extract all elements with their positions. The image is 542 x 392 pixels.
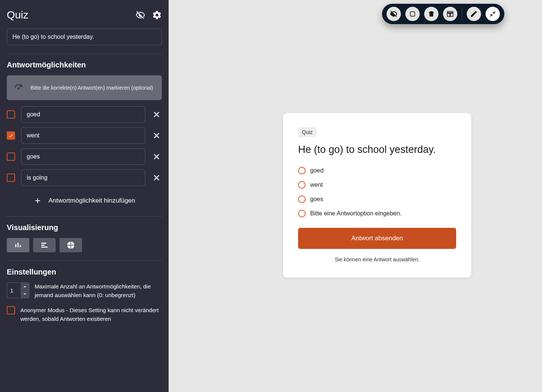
quiz-badge: Quiz — [298, 127, 317, 137]
remove-answer-button[interactable] — [151, 151, 162, 162]
plus-icon — [33, 197, 42, 205]
radio-icon — [298, 167, 306, 174]
setting-anonymous: Anonymer Modus - Dieses Setting kann nic… — [7, 306, 162, 323]
toolbar-separator — [462, 8, 462, 20]
quiz-option[interactable]: goed — [298, 167, 456, 174]
answer-row — [7, 169, 162, 186]
sidebar: Quiz Antwortmöglichkeiten Bitte die korr… — [0, 0, 169, 392]
divider — [7, 261, 162, 261]
toolbar-delete-button[interactable] — [424, 7, 438, 21]
bar-chart-icon — [14, 241, 22, 249]
hint-text: Bitte die korrekte(n) Antwort(en) markie… — [29, 85, 155, 91]
toolbar-visibility-button[interactable] — [387, 7, 401, 21]
quiz-option-label: goed — [310, 167, 324, 174]
answer-row — [7, 106, 162, 123]
radio-icon — [298, 181, 306, 189]
answer-row — [7, 127, 162, 144]
viz-bar-horizontal-button[interactable] — [33, 238, 56, 252]
anonymous-label: Anonymer Modus - Dieses Setting kann nic… — [20, 306, 162, 323]
quiz-option[interactable]: Bitte eine Antwortoption eingeben. — [298, 210, 456, 217]
square-icon — [409, 10, 416, 18]
settings-section-title: Einstellungen — [7, 268, 162, 276]
toolbar-stop-button[interactable] — [405, 7, 420, 21]
hint-box: Bitte die korrekte(n) Antwort(en) markie… — [7, 75, 162, 100]
sidebar-header: Quiz — [7, 9, 162, 21]
viz-section-title: Visualisierung — [7, 223, 162, 232]
answers-section-title: Antwortmöglichkeiten — [7, 61, 162, 69]
toolbar-edit-button[interactable] — [467, 7, 481, 21]
grid-icon — [446, 10, 454, 18]
viz-bar-vertical-button[interactable] — [7, 238, 29, 252]
preview-canvas: Quiz He (to go) to school yesterday. goe… — [169, 0, 542, 392]
answer-input[interactable] — [21, 169, 145, 186]
radio-icon — [298, 210, 306, 217]
quiz-options: goed went goes Bitte eine Antwortoption … — [298, 167, 456, 217]
remove-answer-button[interactable] — [151, 109, 162, 120]
add-answer-button[interactable]: Antwortmöglichkeit hinzufügen — [7, 191, 162, 208]
anonymous-checkbox[interactable] — [7, 306, 15, 314]
selection-hint: Sie können eine Antwort auswählen. — [298, 256, 456, 262]
answer-input[interactable] — [21, 148, 145, 165]
correct-checkbox[interactable] — [7, 153, 15, 161]
chevron-up-icon — [23, 285, 27, 288]
collapse-icon — [489, 10, 496, 18]
quiz-preview-card: Quiz He (to go) to school yesterday. goe… — [283, 113, 471, 278]
visibility-off-icon[interactable] — [136, 10, 145, 20]
trash-icon — [428, 10, 435, 18]
quiz-option[interactable]: goes — [298, 195, 456, 203]
max-answers-stepper[interactable] — [7, 282, 29, 298]
submit-answer-button[interactable]: Antwort absenden — [298, 228, 456, 249]
max-answers-label: Maximale Anzahl an Antwortmöglichkeiten,… — [35, 282, 162, 299]
correct-checkbox[interactable] — [7, 174, 15, 182]
edit-icon — [470, 10, 478, 18]
remove-answer-button[interactable] — [151, 172, 162, 183]
add-answer-label: Antwortmöglichkeit hinzufügen — [49, 197, 136, 204]
curved-arrow-icon — [14, 83, 23, 93]
remove-answer-button[interactable] — [151, 130, 162, 141]
pie-chart-icon — [67, 241, 75, 249]
gear-icon[interactable] — [152, 10, 162, 20]
floating-toolbar — [382, 4, 504, 24]
answer-row — [7, 148, 162, 165]
quiz-option[interactable]: went — [298, 181, 456, 189]
setting-max-answers: Maximale Anzahl an Antwortmöglichkeiten,… — [7, 282, 162, 299]
quiz-option-label: went — [310, 182, 323, 188]
correct-checkbox[interactable] — [7, 131, 15, 140]
answer-input[interactable] — [21, 127, 145, 144]
viz-pie-button[interactable] — [59, 238, 82, 252]
toolbar-grid-button[interactable] — [443, 7, 457, 21]
svg-rect-8 — [410, 12, 415, 16]
quiz-option-label: goes — [310, 196, 323, 203]
correct-checkbox[interactable] — [7, 110, 15, 119]
step-down-button[interactable] — [21, 290, 29, 298]
toolbar-collapse-button[interactable] — [486, 7, 500, 21]
max-answers-input[interactable] — [7, 283, 21, 298]
divider — [7, 53, 162, 54]
eye-off-icon — [390, 10, 397, 18]
step-up-button[interactable] — [21, 283, 29, 290]
bar-chart-horizontal-icon — [40, 241, 49, 249]
divider — [7, 216, 162, 217]
radio-icon — [298, 195, 306, 203]
answer-input[interactable] — [21, 106, 145, 123]
question-input[interactable] — [7, 29, 162, 45]
chevron-down-icon — [23, 292, 27, 296]
quiz-question: He (to go) to school yesterday. — [298, 144, 456, 156]
page-title: Quiz — [7, 9, 29, 21]
quiz-option-label: Bitte eine Antwortoption eingeben. — [310, 210, 402, 217]
